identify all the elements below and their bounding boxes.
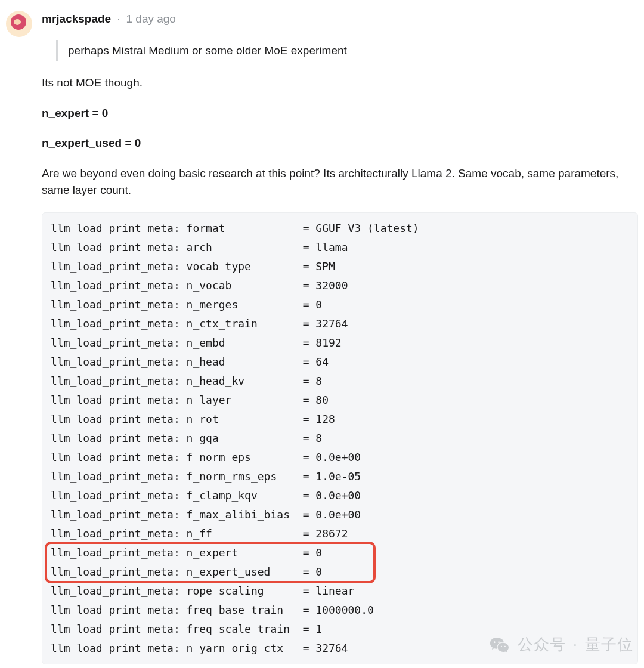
code-line: llm_load_print_meta: arch = llama [51,238,629,257]
code-line: llm_load_print_meta: n_merges = 0 [51,295,629,314]
separator-dot: · [117,11,120,28]
code-line: llm_load_print_meta: freq_base_train = 1… [51,601,629,620]
code-line: llm_load_print_meta: n_gqa = 8 [51,429,629,448]
code-line: llm_load_print_meta: rope scaling = line… [51,582,629,601]
code-line: llm_load_print_meta: n_expert = 0 [51,543,629,562]
code-line: llm_load_print_meta: n_layer = 80 [51,391,629,410]
code-line: llm_load_print_meta: n_expert_used = 0 [51,562,629,582]
code-block: llm_load_print_meta: format = GGUF V3 (l… [42,212,638,665]
code-line: llm_load_print_meta: n_embd = 8192 [51,333,629,352]
code-line: llm_load_print_meta: n_head_kv = 8 [51,372,629,391]
code-line: llm_load_print_meta: format = GGUF V3 (l… [51,219,629,238]
timestamp: 1 day ago [126,11,175,28]
code-line: llm_load_print_meta: f_max_alibi_bias = … [51,505,629,524]
comment-bold-line: n_expert = 0 [42,105,638,122]
code-line: llm_load_print_meta: f_norm_eps = 0.0e+0… [51,448,629,467]
code-line: llm_load_print_meta: n_ff = 28672 [51,524,629,543]
code-line: llm_load_print_meta: f_clamp_kqv = 0.0e+… [51,486,629,505]
wechat-icon [489,634,510,655]
watermark-right-text: 量子位 [585,633,633,656]
code-line: llm_load_print_meta: n_rot = 128 [51,410,629,429]
code-line: llm_load_print_meta: n_ctx_train = 32764 [51,314,629,333]
code-line: llm_load_print_meta: n_head = 64 [51,352,629,372]
comment-bold-line: n_expert_used = 0 [42,135,638,152]
avatar[interactable] [6,11,32,37]
comment-paragraph: Its not MOE though. [42,75,638,92]
quote-text: perhaps Mistral Medium or some older MoE… [68,44,347,57]
watermark-separator: · [573,633,578,656]
watermark-left-text: 公众号 [518,633,566,656]
code-line: llm_load_print_meta: n_vocab = 32000 [51,276,629,295]
comment-paragraph: Are we beyond even doing basic research … [42,165,638,199]
blockquote: perhaps Mistral Medium or some older MoE… [56,40,638,62]
watermark: 公众号 · 量子位 [489,633,633,656]
code-line: llm_load_print_meta: vocab type = SPM [51,257,629,276]
code-line: llm_load_print_meta: f_norm_rms_eps = 1.… [51,467,629,486]
username[interactable]: mrjackspade [42,11,111,28]
